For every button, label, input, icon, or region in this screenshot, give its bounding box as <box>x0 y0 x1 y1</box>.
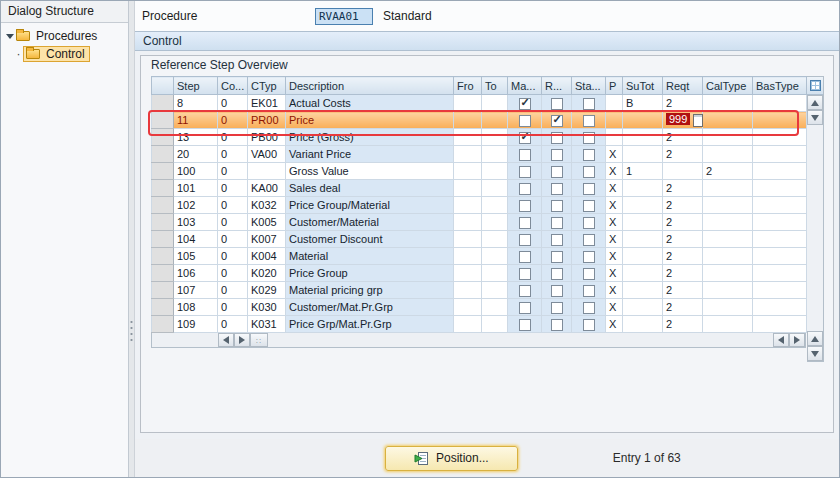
table-row[interactable]: 8 0 EK01 Actual Costs B 2 <box>152 95 807 112</box>
cell-statistical[interactable] <box>572 214 606 231</box>
manual-checkbox[interactable] <box>519 302 531 314</box>
cell-caltype[interactable] <box>703 231 753 248</box>
row-selector[interactable] <box>152 282 174 299</box>
cell-condition-type[interactable]: K029 <box>248 282 286 299</box>
manual-checkbox[interactable] <box>519 200 531 212</box>
cell-step[interactable]: 100 <box>174 163 218 180</box>
required-checkbox[interactable] <box>551 234 563 246</box>
cell-from[interactable] <box>454 146 482 163</box>
table-settings-button[interactable] <box>807 77 823 95</box>
row-selector[interactable] <box>152 265 174 282</box>
cell-bastype[interactable] <box>753 180 807 197</box>
column-header-p[interactable]: P <box>606 77 623 95</box>
scroll-down-button[interactable] <box>807 110 823 125</box>
cell-from[interactable] <box>454 180 482 197</box>
cell-step[interactable]: 108 <box>174 299 218 316</box>
cell-description[interactable]: Price Grp/Mat.Pr.Grp <box>286 316 454 333</box>
column-header-description[interactable]: Description <box>286 77 454 95</box>
cell-print[interactable]: X <box>606 299 623 316</box>
row-selector[interactable] <box>152 95 174 112</box>
cell-from[interactable] <box>454 197 482 214</box>
cell-from[interactable] <box>454 265 482 282</box>
cell-condition-type[interactable]: PB00 <box>248 129 286 146</box>
tree-item-label[interactable]: Procedures <box>34 29 99 43</box>
cell-description[interactable]: Actual Costs <box>286 95 454 112</box>
cell-condition-type[interactable]: KA00 <box>248 180 286 197</box>
cell-requirement[interactable]: 2 <box>663 129 703 146</box>
statistical-checkbox[interactable] <box>583 302 595 314</box>
cell-manual[interactable] <box>508 129 542 146</box>
cell-to[interactable] <box>482 163 508 180</box>
procedure-field[interactable]: RVAA01 <box>315 8 373 25</box>
statistical-checkbox[interactable] <box>583 200 595 212</box>
statistical-checkbox[interactable] <box>583 217 595 229</box>
required-checkbox[interactable] <box>551 98 563 110</box>
cell-requirement[interactable]: 2 <box>663 265 703 282</box>
cell-step[interactable]: 8 <box>174 95 218 112</box>
vertical-scrollbar[interactable] <box>807 76 824 362</box>
cell-description[interactable]: Price (Gross) <box>286 129 454 146</box>
cell-description[interactable]: Gross Value <box>286 163 454 180</box>
cell-manual[interactable] <box>508 163 542 180</box>
table-row[interactable]: 20 0 VA00 Variant Price X 2 <box>152 146 807 163</box>
cell-bastype[interactable] <box>753 95 807 112</box>
cell-required[interactable] <box>542 248 572 265</box>
cell-print[interactable]: X <box>606 214 623 231</box>
position-button[interactable]: Position... <box>385 446 518 471</box>
cell-statistical[interactable] <box>572 316 606 333</box>
statistical-checkbox[interactable] <box>583 149 595 161</box>
cell-statistical[interactable] <box>572 265 606 282</box>
cell-counter[interactable]: 0 <box>218 231 248 248</box>
manual-checkbox[interactable] <box>519 285 531 297</box>
row-selector[interactable] <box>152 112 174 129</box>
cell-step[interactable]: 109 <box>174 316 218 333</box>
cell-counter[interactable]: 0 <box>218 180 248 197</box>
statistical-checkbox[interactable] <box>583 285 595 297</box>
cell-bastype[interactable] <box>753 112 807 129</box>
cell-condition-type[interactable]: K032 <box>248 197 286 214</box>
paste-icon[interactable] <box>693 114 703 127</box>
column-header-co[interactable]: Co... <box>218 77 248 95</box>
cell-caltype[interactable]: 2 <box>703 163 753 180</box>
cell-bastype[interactable] <box>753 231 807 248</box>
cell-manual[interactable] <box>508 231 542 248</box>
cell-caltype[interactable] <box>703 197 753 214</box>
cell-to[interactable] <box>482 129 508 146</box>
cell-counter[interactable]: 0 <box>218 316 248 333</box>
cell-caltype[interactable] <box>703 129 753 146</box>
tree-item-control[interactable]: · Control <box>4 45 125 63</box>
row-selector[interactable] <box>152 129 174 146</box>
required-checkbox[interactable] <box>551 217 563 229</box>
cell-manual[interactable] <box>508 180 542 197</box>
cell-requirement[interactable]: 2 <box>663 180 703 197</box>
cell-requirement[interactable]: 2 <box>663 299 703 316</box>
cell-caltype[interactable] <box>703 180 753 197</box>
cell-subtotal[interactable] <box>623 282 663 299</box>
cell-subtotal[interactable] <box>623 248 663 265</box>
scroll-right-button[interactable] <box>234 333 250 347</box>
cell-to[interactable] <box>482 316 508 333</box>
row-selector[interactable] <box>152 163 174 180</box>
row-selector[interactable] <box>152 214 174 231</box>
cell-subtotal[interactable] <box>623 146 663 163</box>
cell-to[interactable] <box>482 95 508 112</box>
manual-checkbox[interactable] <box>519 132 531 144</box>
row-selector[interactable] <box>152 180 174 197</box>
tree-selection[interactable]: Control <box>23 46 90 62</box>
cell-print[interactable]: X <box>606 146 623 163</box>
cell-statistical[interactable] <box>572 248 606 265</box>
cell-from[interactable] <box>454 214 482 231</box>
cell-subtotal[interactable] <box>623 316 663 333</box>
column-header-to[interactable]: To <box>482 77 508 95</box>
cell-subtotal[interactable] <box>623 231 663 248</box>
cell-counter[interactable]: 0 <box>218 265 248 282</box>
manual-checkbox[interactable] <box>519 149 531 161</box>
cell-subtotal[interactable]: 1 <box>623 163 663 180</box>
cell-bastype[interactable] <box>753 299 807 316</box>
cell-to[interactable] <box>482 231 508 248</box>
cell-condition-type[interactable] <box>248 163 286 180</box>
cell-condition-type[interactable]: K007 <box>248 231 286 248</box>
cell-step[interactable]: 11 <box>174 112 218 129</box>
statistical-checkbox[interactable] <box>583 234 595 246</box>
required-checkbox[interactable] <box>551 166 563 178</box>
